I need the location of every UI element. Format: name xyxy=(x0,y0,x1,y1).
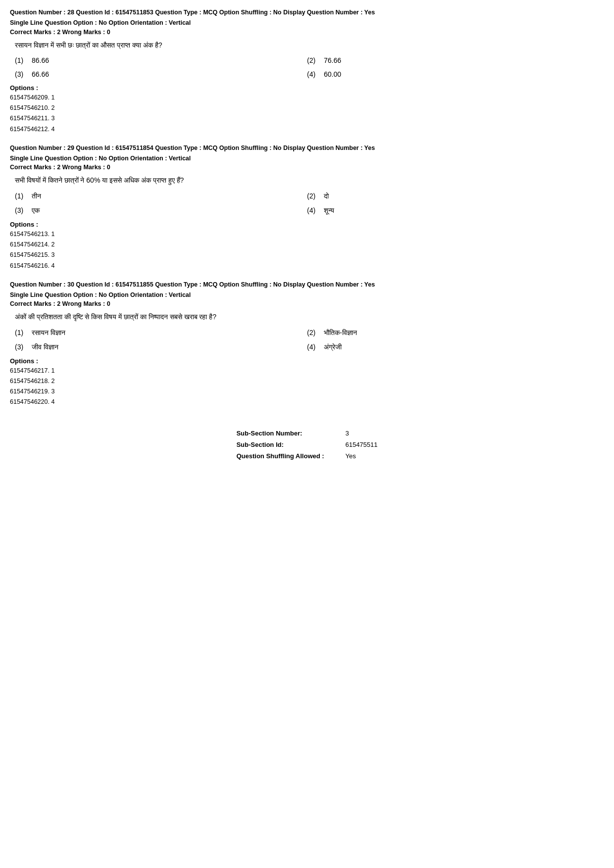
question-29-text: सभी विषयों में कितने छात्रों ने 60% या इ… xyxy=(15,175,604,186)
option-29-4: (4) शून्य xyxy=(307,206,599,215)
subsection-id-value: 615475511 xyxy=(345,439,377,450)
option-28-1: (1) 86.66 xyxy=(15,56,307,64)
option-28-2-num: (2) xyxy=(307,56,319,64)
option-id-30-2: 61547546218. 2 xyxy=(10,376,604,386)
option-28-4-num: (4) xyxy=(307,70,319,78)
question-28: Question Number : 28 Question Id : 61547… xyxy=(10,8,604,135)
option-29-3-num: (3) xyxy=(15,206,27,214)
question-30-marks: Correct Marks : 2 Wrong Marks : 0 xyxy=(10,300,604,307)
option-id-30-3: 61547546219. 3 xyxy=(10,386,604,397)
option-28-3-num: (3) xyxy=(15,70,27,78)
option-29-4-value: शून्य xyxy=(324,206,334,215)
option-id-28-2: 61547546210. 2 xyxy=(10,103,604,113)
option-id-28-3: 61547546211. 3 xyxy=(10,113,604,124)
footer-table: Sub-Section Number: 3 Sub-Section Id: 61… xyxy=(236,428,377,462)
question-28-marks: Correct Marks : 2 Wrong Marks : 0 xyxy=(10,29,604,36)
option-30-4-value: अंग्रेजी xyxy=(324,343,342,351)
option-30-3: (3) जीव विज्ञान xyxy=(15,343,307,351)
option-29-2-num: (2) xyxy=(307,192,319,200)
footer-row-subsection-id: Sub-Section Id: 615475511 xyxy=(236,439,377,450)
question-29-options-grid: (1) तीन (2) दो (3) एक (4) शून्य xyxy=(15,192,599,215)
option-29-4-num: (4) xyxy=(307,206,319,214)
option-30-2-value: भौतिक-विज्ञान xyxy=(324,329,357,337)
question-29-marks: Correct Marks : 2 Wrong Marks : 0 xyxy=(10,164,604,171)
option-id-29-2: 61547546214. 2 xyxy=(10,240,604,250)
question-30-text: अंकों की प्रतिशतता की दृष्टि से किस विषय… xyxy=(15,311,604,322)
option-28-3: (3) 66.66 xyxy=(15,70,307,78)
option-28-4: (4) 60.00 xyxy=(307,70,599,78)
subsection-number-value: 3 xyxy=(345,428,349,439)
question-28-options-label: Options : xyxy=(10,84,604,92)
question-30-meta-line1: Question Number : 30 Question Id : 61547… xyxy=(10,280,604,289)
question-28-options-grid: (1) 86.66 (2) 76.66 (3) 66.66 (4) 60.00 xyxy=(15,56,599,78)
question-30-options-grid: (1) रसायन विज्ञान (2) भौतिक-विज्ञान (3) … xyxy=(15,329,599,351)
option-29-1-value: तीन xyxy=(32,192,41,200)
question-28-meta-line1: Question Number : 28 Question Id : 61547… xyxy=(10,8,604,17)
option-30-4-num: (4) xyxy=(307,343,319,351)
footer-section: Sub-Section Number: 3 Sub-Section Id: 61… xyxy=(10,428,604,462)
question-28-meta-line2: Single Line Question Option : No Option … xyxy=(10,18,604,28)
option-id-30-1: 61547546217. 1 xyxy=(10,366,604,376)
question-shuffling-label: Question Shuffling Allowed : xyxy=(236,450,335,462)
question-28-option-ids: 61547546209. 1 61547546210. 2 6154754621… xyxy=(10,93,604,135)
question-29: Question Number : 29 Question Id : 61547… xyxy=(10,144,604,271)
option-id-28-1: 61547546209. 1 xyxy=(10,93,604,103)
option-28-4-value: 60.00 xyxy=(324,70,341,78)
subsection-number-label: Sub-Section Number: xyxy=(236,428,335,439)
question-30-options-label: Options : xyxy=(10,357,604,365)
option-id-28-4: 61547546212. 4 xyxy=(10,124,604,135)
option-28-1-num: (1) xyxy=(15,56,27,64)
subsection-id-label: Sub-Section Id: xyxy=(236,439,335,450)
question-shuffling-value: Yes xyxy=(345,450,356,462)
option-29-2: (2) दो xyxy=(307,192,599,200)
option-29-1: (1) तीन xyxy=(15,192,307,200)
option-30-2-num: (2) xyxy=(307,329,319,337)
option-28-2: (2) 76.66 xyxy=(307,56,599,64)
footer-row-subsection-number: Sub-Section Number: 3 xyxy=(236,428,377,439)
question-29-options-label: Options : xyxy=(10,221,604,228)
question-30: Question Number : 30 Question Id : 61547… xyxy=(10,280,604,408)
option-id-30-4: 61547546220. 4 xyxy=(10,397,604,407)
option-30-4: (4) अंग्रेजी xyxy=(307,343,599,351)
question-29-option-ids: 61547546213. 1 61547546214. 2 6154754621… xyxy=(10,229,604,271)
question-29-meta-line1: Question Number : 29 Question Id : 61547… xyxy=(10,144,604,153)
option-29-3: (3) एक xyxy=(15,206,307,215)
option-id-29-3: 61547546215. 3 xyxy=(10,250,604,260)
option-30-1-value: रसायन विज्ञान xyxy=(32,329,65,337)
question-30-option-ids: 61547546217. 1 61547546218. 2 6154754621… xyxy=(10,366,604,408)
option-30-1-num: (1) xyxy=(15,329,27,337)
option-29-3-value: एक xyxy=(32,206,40,215)
option-30-2: (2) भौतिक-विज्ञान xyxy=(307,329,599,337)
question-29-meta-line2: Single Line Question Option : No Option … xyxy=(10,154,604,163)
option-30-3-num: (3) xyxy=(15,343,27,351)
option-28-3-value: 66.66 xyxy=(32,70,49,78)
question-28-text: रसायन विज्ञान में सभी छः छात्रों का औसत … xyxy=(15,40,604,50)
option-29-1-num: (1) xyxy=(15,192,27,200)
option-30-1: (1) रसायन विज्ञान xyxy=(15,329,307,337)
option-28-1-value: 86.66 xyxy=(32,56,49,64)
option-30-3-value: जीव विज्ञान xyxy=(32,343,58,351)
option-29-2-value: दो xyxy=(324,192,329,200)
option-id-29-1: 61547546213. 1 xyxy=(10,229,604,240)
footer-row-question-shuffling: Question Shuffling Allowed : Yes xyxy=(236,450,377,462)
option-28-2-value: 76.66 xyxy=(324,56,341,64)
question-30-meta-line2: Single Line Question Option : No Option … xyxy=(10,290,604,300)
option-id-29-4: 61547546216. 4 xyxy=(10,261,604,271)
